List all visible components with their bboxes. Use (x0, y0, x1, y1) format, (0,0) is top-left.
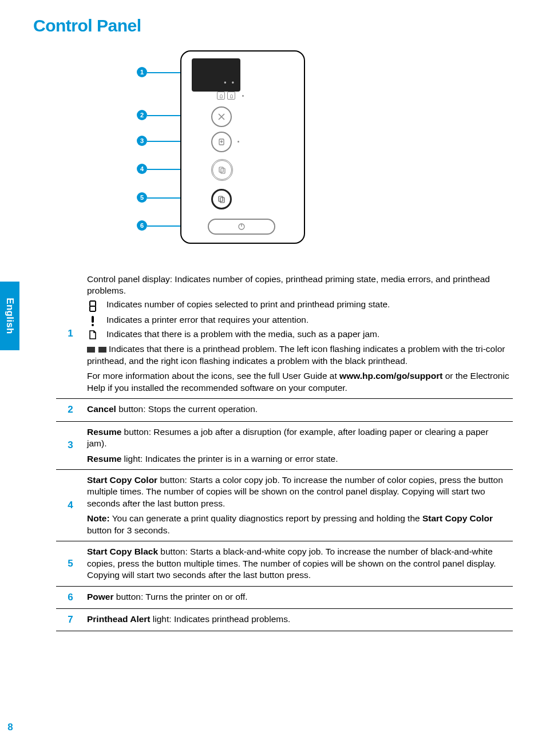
callout-4: 4 (137, 164, 147, 174)
start-copy-black-button[interactable] (211, 189, 232, 209)
table-row: 6 Power button: Turns the printer on or … (56, 586, 513, 608)
row-number: 1 (56, 269, 85, 399)
display-dots: • • (224, 79, 236, 87)
description-table: 1 Control panel display: Indicates numbe… (56, 269, 513, 631)
printhead-alert-label: Printhead Alert (87, 614, 151, 624)
resume-button-label: Resume (87, 427, 121, 437)
row-number: 5 (56, 541, 85, 586)
callout-6: 6 (137, 220, 147, 231)
language-label: English (4, 298, 15, 334)
language-tab: English (0, 282, 19, 350)
page-title: Control Panel (0, 0, 546, 35)
table-row: 2 Cancel button: Stops the current opera… (56, 399, 513, 421)
row1-intro: Control panel display: Indicates number … (87, 274, 511, 297)
note-button-name: Start Copy Color (422, 513, 493, 523)
resume-light-text: light: Indicates the printer is in a war… (121, 454, 338, 464)
table-row: 1 Control panel display: Indicates numbe… (56, 269, 513, 399)
callout-1: 1 (137, 67, 147, 77)
note-text-a: You can generate a print quality diagnos… (110, 513, 422, 523)
resume-light-label: Resume (87, 454, 121, 464)
table-row: 5 Start Copy Black button: Starts a blac… (56, 541, 513, 586)
row1-printhead-text: Indicates that there is a printhead prob… (87, 344, 505, 365)
resume-button-text: button: Resumes a job after a disruption… (87, 427, 488, 448)
power-text: button: Turns the printer on or off. (114, 592, 248, 601)
start-copy-color-button[interactable] (211, 159, 233, 181)
printhead-icons-row (217, 92, 235, 100)
row1-copies-text: Indicates number of copies selected to p… (106, 299, 390, 310)
printhead-black-icon (227, 92, 235, 100)
table-row: 3 Resume button: Resumes a job after a d… (56, 421, 513, 469)
printer-panel: • • (180, 50, 305, 244)
page-number: 8 (2, 722, 18, 733)
copy-black-label: Start Copy Black (87, 547, 158, 556)
note-text-b: button for 3 seconds. (87, 525, 170, 535)
row-number: 6 (56, 586, 85, 608)
printhead-alert-text: light: Indicates printhead problems. (151, 614, 291, 624)
x-icon (217, 112, 226, 121)
copies-number-icon (87, 299, 98, 312)
copy-black-icon (217, 195, 226, 204)
media-problem-icon (87, 328, 98, 340)
printhead-color-icon (217, 92, 225, 100)
callout-2: 2 (137, 110, 147, 120)
power-icon (238, 223, 246, 231)
printhead-problem-icon (87, 347, 106, 353)
power-button[interactable] (208, 219, 275, 235)
callout-3: 3 (137, 136, 147, 146)
table-row: 4 Start Copy Color button: Starts a colo… (56, 469, 513, 541)
description-content: 1 Control panel display: Indicates numbe… (56, 269, 513, 631)
copy-color-label: Start Copy Color (87, 475, 157, 485)
copy-color-icon (217, 165, 227, 175)
row-number: 2 (56, 399, 85, 421)
control-panel-diagram: 1 2 3 4 5 6 7 • • (118, 47, 428, 253)
row-number: 3 (56, 421, 85, 469)
cancel-label: Cancel (87, 404, 116, 414)
svg-rect-8 (92, 316, 94, 323)
row1-more-a: For more information about the icons, se… (87, 371, 339, 381)
svg-point-9 (92, 324, 94, 326)
attention-icon (87, 314, 98, 327)
callout-5: 5 (137, 192, 147, 203)
table-row: 7 Printhead Alert light: Indicates print… (56, 609, 513, 631)
panel-display: • • (192, 58, 240, 92)
note-label: Note: (87, 513, 110, 523)
row-number: 4 (56, 469, 85, 541)
row1-media-text: Indicates that there is a problem with t… (106, 328, 379, 340)
row1-error-text: Indicates a printer error that requires … (106, 314, 308, 326)
resume-icon (217, 137, 226, 147)
printhead-alert-light (242, 95, 244, 97)
cancel-button[interactable] (211, 106, 232, 127)
cancel-text: button: Stops the current operation. (116, 404, 258, 414)
row1-more-url: www.hp.com/go/support (339, 371, 442, 381)
row-number: 7 (56, 609, 85, 631)
resume-button[interactable] (211, 132, 232, 152)
power-label: Power (87, 592, 114, 601)
resume-light (238, 141, 239, 143)
